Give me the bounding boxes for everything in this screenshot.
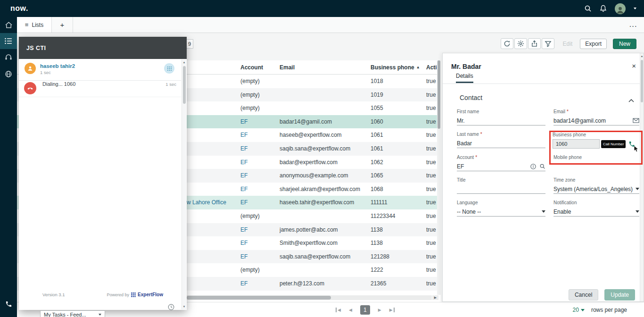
cell[interactable]: EF: [240, 156, 278, 169]
more-options-button[interactable]: ...: [629, 17, 637, 33]
update-button[interactable]: Update: [604, 289, 635, 300]
cell[interactable]: EF: [240, 142, 278, 156]
contact-avatar: [25, 63, 36, 74]
user-avatar[interactable]: [615, 3, 626, 14]
cell: [280, 209, 369, 223]
last-page-button[interactable]: ▶: [389, 308, 395, 312]
record-title: Mr. Badar: [451, 63, 481, 70]
new-button[interactable]: New: [613, 39, 636, 49]
language-select[interactable]: -- None --: [457, 207, 545, 217]
cell: [187, 101, 239, 115]
notifications-bell-icon[interactable]: [600, 5, 607, 12]
previous-page-button[interactable]: ◀: [349, 308, 352, 312]
cell[interactable]: EF: [240, 223, 278, 237]
scrollbar-thumb[interactable]: [183, 66, 186, 104]
first-page-button[interactable]: ◀: [336, 308, 341, 312]
column-header-email[interactable]: Email: [280, 60, 369, 74]
tab-lists[interactable]: ≡ Lists: [17, 17, 52, 33]
email-input[interactable]: badar14@gamil.com: [553, 116, 639, 125]
cti-scrollbar[interactable]: ▲ ▼: [182, 59, 186, 309]
cell[interactable]: EF: [240, 236, 278, 250]
cell: [187, 128, 239, 142]
envelope-icon[interactable]: [633, 118, 639, 123]
cell[interactable]: EF: [240, 115, 278, 129]
settings-button[interactable]: [514, 38, 527, 49]
filter-funnel-icon: [545, 40, 552, 47]
servicenow-logo: now.: [10, 4, 28, 13]
cell: [280, 75, 369, 88]
cell: [280, 101, 369, 115]
notification-select[interactable]: Enable: [553, 207, 639, 217]
dropdown-arrow-icon: [636, 210, 639, 213]
cell[interactable]: EF: [240, 183, 278, 196]
cell: 1138: [371, 223, 425, 237]
first-name-input[interactable]: Mr.: [457, 116, 545, 125]
title-input[interactable]: [457, 184, 545, 194]
search-icon[interactable]: [584, 5, 592, 12]
app-sidebar: [0, 17, 17, 317]
scrollbar-thumb[interactable]: [438, 60, 440, 129]
call-number-button[interactable]: Call Number: [601, 140, 626, 148]
cell[interactable]: EF: [240, 196, 278, 209]
scroll-right-button[interactable]: ▶: [432, 295, 438, 300]
cell: [187, 209, 239, 223]
dialpad-button[interactable]: [164, 63, 174, 74]
sidebar-item-phone[interactable]: [0, 296, 17, 312]
filter-button[interactable]: [542, 38, 554, 49]
cti-header[interactable]: JS CTI: [19, 37, 187, 59]
close-panel-button[interactable]: ×: [632, 62, 636, 70]
field-email: Email* badar14@gamil.com: [553, 109, 639, 125]
cell[interactable]: EF: [240, 277, 278, 291]
cancel-button[interactable]: Cancel: [569, 289, 598, 300]
panel-scrollbar[interactable]: ▲: [640, 53, 644, 301]
add-tab-button[interactable]: +: [52, 17, 73, 33]
info-icon[interactable]: [530, 164, 536, 169]
call-history-button[interactable]: [168, 304, 174, 312]
last-name-input[interactable]: Badar: [457, 139, 545, 148]
collapse-section-button[interactable]: [628, 96, 634, 104]
account-input[interactable]: EF: [457, 162, 545, 171]
next-page-button[interactable]: ▶: [378, 308, 381, 312]
scroll-up-arrow-icon[interactable]: ▲: [640, 55, 644, 58]
sidebar-item-agent[interactable]: [0, 49, 17, 65]
table-vertical-scrollbar[interactable]: [437, 60, 441, 295]
user-menu-chevron-icon[interactable]: [634, 8, 636, 9]
field-first-name: First name Mr.: [457, 109, 545, 125]
column-header-business-phone[interactable]: Business phone▲: [371, 60, 425, 74]
export-button[interactable]: Export: [580, 39, 607, 49]
cell: [280, 263, 369, 277]
scroll-up-arrow-icon[interactable]: ▲: [182, 61, 186, 64]
rows-per-page-select[interactable]: 20: [573, 307, 585, 313]
field-last-name: Last name* Badar: [457, 132, 545, 148]
time-zone-select[interactable]: System (America/Los_Angeles): [553, 184, 639, 194]
reference-lookup-icon[interactable]: [539, 163, 545, 169]
share-button[interactable]: [528, 38, 541, 49]
edit-button[interactable]: Edit: [560, 41, 576, 47]
scroll-down-arrow-icon[interactable]: ▼: [182, 305, 186, 308]
current-page-indicator[interactable]: 1: [360, 305, 370, 315]
js-cti-panel: JS CTI haseeb tahir2 1 sec Dialing... 10…: [19, 37, 187, 310]
sidebar-item-workspaces[interactable]: [0, 66, 17, 82]
scrollbar-thumb[interactable]: [187, 296, 331, 300]
sidebar-item-home[interactable]: [0, 17, 17, 33]
refresh-button[interactable]: [501, 38, 513, 49]
column-header-account[interactable]: Account: [240, 60, 278, 74]
task-filter-dropdown[interactable]: My Tasks - Feed...: [40, 310, 105, 317]
tab-details[interactable]: Details: [456, 73, 473, 83]
scrollbar-thumb[interactable]: [641, 60, 643, 102]
table-horizontal-scrollbar[interactable]: [187, 295, 432, 300]
business-phone-input[interactable]: 1060: [553, 139, 600, 149]
cell: [187, 250, 239, 264]
hangup-button[interactable]: [24, 82, 36, 94]
cell: sharjeel.akram@expertflow.com: [280, 183, 369, 196]
cell: [187, 263, 239, 277]
cell[interactable]: EF: [240, 128, 278, 142]
cell: badar@expertflow.com: [280, 156, 369, 169]
cell[interactable]: w Lahore Office: [187, 196, 239, 209]
cell: james.potter@abc.com: [280, 223, 369, 237]
cell[interactable]: EF: [240, 169, 278, 183]
cell: 1068: [371, 183, 425, 196]
list-icon: [5, 38, 12, 44]
cell[interactable]: EF: [240, 250, 278, 264]
sidebar-item-lists[interactable]: [0, 33, 17, 49]
